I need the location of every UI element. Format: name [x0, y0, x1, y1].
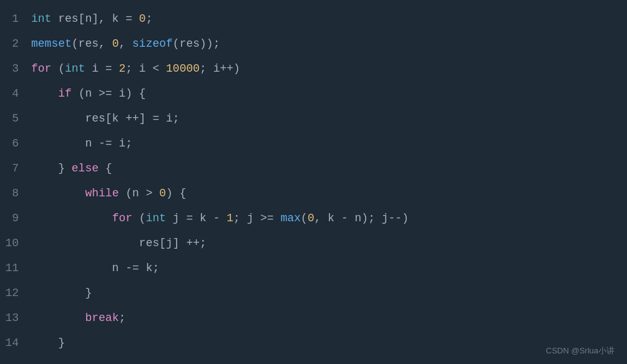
code-token — [31, 87, 58, 100]
code-token: 1 — [226, 212, 233, 224]
code-token: ( — [51, 62, 65, 75]
code-token — [31, 312, 85, 324]
code-token: for — [31, 62, 51, 75]
code-line: 11 n -= k; — [0, 256, 627, 280]
code-line: 8 while (n > 0) { — [0, 181, 627, 206]
line-number: 8 — [0, 181, 31, 206]
line-content: n -= i; — [31, 131, 132, 156]
line-content: } else { — [31, 156, 112, 181]
code-token: n -= i; — [31, 137, 132, 150]
code-token: ; j >= — [233, 212, 281, 224]
code-token: sizeof — [132, 37, 173, 50]
code-token: ( — [132, 212, 146, 224]
code-line: 6 n -= i; — [0, 131, 627, 156]
code-token: } — [31, 337, 65, 349]
line-content: res[k ++] = i; — [31, 106, 180, 131]
code-token: ; — [119, 312, 125, 324]
code-line: 1int res[n], k = 0; — [0, 6, 627, 31]
line-content: while (n > 0) { — [31, 181, 186, 206]
code-token: break — [85, 312, 119, 324]
code-token: n -= k; — [31, 262, 159, 274]
code-token: while — [85, 187, 119, 199]
line-number: 3 — [0, 56, 31, 81]
code-container: 1int res[n], k = 0;2memset(res, 0, sizeo… — [0, 0, 627, 364]
code-token: { — [99, 162, 112, 175]
code-line: 14 } — [0, 330, 627, 355]
code-token: } — [31, 162, 72, 175]
code-token: int — [65, 62, 85, 75]
code-line: 2memset(res, 0, sizeof(res)); — [0, 31, 627, 56]
line-number: 2 — [0, 31, 31, 56]
code-token — [31, 187, 85, 199]
line-content: } — [31, 280, 92, 305]
code-line: 10 res[j] ++; — [0, 231, 627, 256]
code-token: res[k ++] = i; — [31, 112, 180, 125]
line-number: 13 — [0, 305, 31, 330]
code-token: int — [31, 12, 51, 25]
code-token: , k - n); j--) — [314, 212, 409, 224]
code-token: int — [146, 212, 166, 224]
line-number: 10 — [0, 231, 31, 256]
code-token: ; — [146, 12, 153, 25]
code-token: } — [31, 287, 92, 299]
line-content: n -= k; — [31, 256, 159, 280]
code-token: 0 — [139, 12, 146, 25]
line-number: 1 — [0, 6, 31, 31]
line-content: int res[n], k = 0; — [31, 6, 152, 31]
code-token: ; i++) — [200, 62, 240, 75]
code-token: , — [119, 37, 132, 50]
code-token — [31, 212, 112, 224]
code-token: memset — [31, 37, 72, 50]
code-token: ( — [301, 212, 308, 224]
code-line: 3for (int i = 2; i < 10000; i++) — [0, 56, 627, 81]
code-token: for — [112, 212, 132, 224]
line-content: } — [31, 330, 65, 355]
code-token: 2 — [119, 62, 125, 75]
code-line: 9 for (int j = k - 1; j >= max(0, k - n)… — [0, 206, 627, 231]
code-token: if — [58, 87, 72, 100]
line-content: res[j] ++; — [31, 231, 207, 256]
line-number: 7 — [0, 156, 31, 181]
code-line: 7 } else { — [0, 156, 627, 181]
line-content: for (int i = 2; i < 10000; i++) — [31, 56, 240, 81]
line-number: 11 — [0, 256, 31, 280]
line-content: memset(res, 0, sizeof(res)); — [31, 31, 220, 56]
line-number: 12 — [0, 280, 31, 305]
code-token: (n > — [119, 187, 159, 199]
code-token: 0 — [159, 187, 166, 199]
code-token: i = — [85, 62, 119, 75]
line-number: 9 — [0, 206, 31, 231]
code-token: ; i < — [125, 62, 166, 75]
code-token: 10000 — [166, 62, 200, 75]
line-number: 4 — [0, 81, 31, 106]
code-token: (res)); — [173, 37, 220, 50]
code-line: 13 break; — [0, 305, 627, 330]
code-line: 5 res[k ++] = i; — [0, 106, 627, 131]
code-token: 0 — [308, 212, 314, 224]
line-content: for (int j = k - 1; j >= max(0, k - n); … — [31, 206, 409, 231]
code-token: else — [72, 162, 99, 175]
code-token: j = k - — [166, 212, 226, 224]
line-number: 14 — [0, 330, 31, 355]
line-content: if (n >= i) { — [31, 81, 146, 106]
code-line: 12 } — [0, 280, 627, 305]
code-token: 0 — [112, 37, 119, 50]
line-number: 6 — [0, 131, 31, 156]
watermark: CSDN @Srlua小讲 — [546, 345, 615, 357]
line-number: 5 — [0, 106, 31, 131]
code-token: res[j] ++; — [31, 237, 207, 249]
code-line: 4 if (n >= i) { — [0, 81, 627, 106]
line-content: break; — [31, 305, 125, 330]
code-token: res[n], k = — [51, 12, 139, 25]
code-token: max — [281, 212, 301, 224]
code-token: ) { — [166, 187, 186, 199]
code-token: (res, — [72, 37, 112, 50]
code-token: (n >= i) { — [72, 87, 146, 100]
